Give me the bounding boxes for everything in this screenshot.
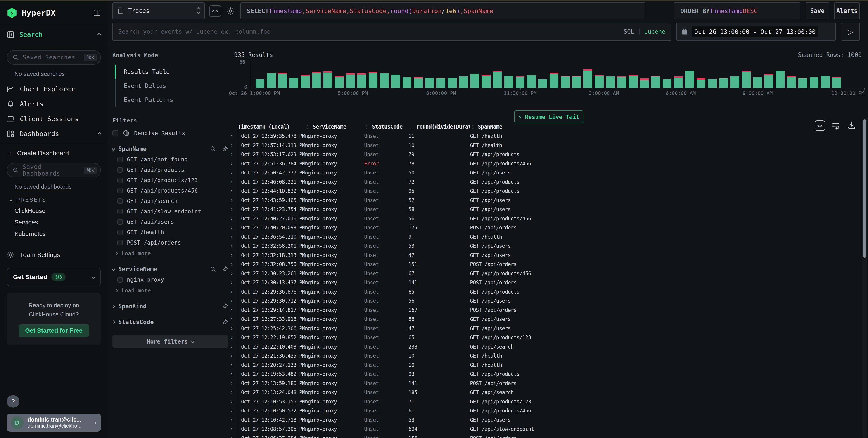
- expand-row-chevron-icon[interactable]: ›: [230, 417, 238, 423]
- expand-row-chevron-icon[interactable]: ›: [230, 371, 238, 377]
- table-row[interactable]: ›Oct 27 12:32:58.201 PMnginx-proxyUnset5…: [230, 241, 861, 250]
- table-row[interactable]: ›Oct 27 12:22:10.403 PMnginx-proxyUnset2…: [230, 342, 861, 351]
- filter-checkbox[interactable]: [117, 209, 123, 214]
- column-header-spanname[interactable]: ⋮SpanName: [470, 124, 861, 130]
- table-row[interactable]: ›Oct 27 12:10:50.572 PMnginx-proxyUnset6…: [230, 406, 861, 415]
- histogram-bar[interactable]: [629, 75, 638, 88]
- filter-option[interactable]: GET /api/products/456: [117, 188, 228, 194]
- filter-checkbox[interactable]: [117, 277, 123, 282]
- expand-row-chevron-icon[interactable]: ›: [230, 169, 238, 176]
- histogram-bar[interactable]: [776, 70, 784, 88]
- get-started-card[interactable]: Get Started 3/3: [7, 268, 101, 287]
- expand-row-chevron-icon[interactable]: ›: [230, 389, 238, 396]
- histogram-bar[interactable]: [289, 78, 298, 88]
- time-range-picker[interactable]: Oct 26 13:00:00 - Oct 27 13:00:00: [676, 23, 836, 41]
- table-row[interactable]: ›Oct 27 12:06:27.284 PMnginx-proxyUnset1…: [230, 434, 861, 438]
- expand-row-chevron-icon[interactable]: ›: [230, 316, 238, 322]
- histogram-bar[interactable]: [335, 76, 344, 88]
- saved-searches-input[interactable]: Saved Searches ⌘K: [7, 50, 101, 65]
- filter-option[interactable]: GET /health: [117, 229, 228, 236]
- language-toggle-lucene[interactable]: Lucene: [644, 28, 665, 35]
- filter-option[interactable]: GET /api/not-found: [117, 157, 228, 163]
- histogram-bar[interactable]: [663, 79, 672, 88]
- table-row[interactable]: ›Oct 27 12:29:36.876 PMnginx-proxyUnset6…: [230, 287, 861, 297]
- scrollbar-thumb[interactable]: [863, 119, 866, 258]
- histogram-bar[interactable]: [696, 78, 705, 88]
- alerts-button[interactable]: Alerts: [834, 2, 860, 20]
- collapse-sidebar-icon[interactable]: [93, 9, 101, 16]
- histogram-bar[interactable]: [493, 71, 502, 88]
- more-filters-button[interactable]: More filters: [113, 335, 228, 347]
- table-row[interactable]: ›Oct 27 12:59:35.478 PMnginx-proxyUnset1…: [230, 132, 861, 141]
- table-row[interactable]: ›Oct 27 12:44:10.832 PMnginx-proxyUnset9…: [230, 187, 861, 196]
- histogram-bar[interactable]: [765, 74, 773, 88]
- resume-live-tail-button[interactable]: ⚡ Resume Live Tail: [514, 110, 584, 124]
- pin-icon[interactable]: [222, 303, 228, 309]
- filter-checkbox[interactable]: [117, 198, 123, 204]
- histogram-bar[interactable]: [538, 79, 547, 88]
- histogram-bar[interactable]: [482, 75, 491, 88]
- expand-row-chevron-icon[interactable]: ›: [230, 261, 238, 267]
- filter-checkbox[interactable]: [117, 240, 123, 245]
- filter-option[interactable]: GET /api/search: [117, 198, 228, 204]
- histogram-bar[interactable]: [674, 76, 683, 88]
- histogram-bar[interactable]: [516, 76, 524, 88]
- histogram-bar[interactable]: [821, 76, 830, 88]
- filter-checkbox[interactable]: [117, 230, 123, 235]
- column-header-duration[interactable]: ⋮round(divide(Duration,: [408, 124, 470, 130]
- expand-row-chevron-icon[interactable]: ›: [230, 215, 238, 222]
- histogram-bar[interactable]: [685, 70, 694, 88]
- sidebar-item-dashboards[interactable]: Dashboards: [0, 126, 107, 141]
- table-row[interactable]: ›Oct 27 12:40:20.093 PMnginx-proxyUnset1…: [230, 223, 861, 232]
- table-row[interactable]: ›Oct 27 12:29:14.817 PMnginx-proxyUnset1…: [230, 306, 861, 315]
- table-row[interactable]: ›Oct 27 12:29:30.712 PMnginx-proxyUnset5…: [230, 296, 861, 306]
- analysis-mode-event-patterns[interactable]: Event Patterns: [113, 93, 228, 107]
- histogram-bar[interactable]: [278, 72, 287, 88]
- histogram-bar[interactable]: [617, 76, 626, 88]
- expand-row-chevron-icon[interactable]: ›: [230, 206, 238, 212]
- analysis-mode-results-table[interactable]: Results Table: [113, 65, 228, 79]
- expand-row-chevron-icon[interactable]: ›: [230, 252, 238, 258]
- presets-toggle[interactable]: PRESETS: [10, 197, 101, 203]
- source-select[interactable]: Traces: [113, 2, 205, 20]
- table-row[interactable]: ›Oct 27 12:51:36.784 PMnginx-proxyError7…: [230, 159, 861, 168]
- expand-row-chevron-icon[interactable]: ›: [230, 334, 238, 341]
- expand-row-chevron-icon[interactable]: ›: [230, 352, 238, 359]
- order-by-input[interactable]: ORDER BY Timestamp DESC: [674, 2, 800, 20]
- table-row[interactable]: ›Oct 27 12:08:57.305 PMnginx-proxyUnset6…: [230, 425, 861, 434]
- filter-checkbox[interactable]: [117, 178, 123, 183]
- histogram-bar[interactable]: [810, 77, 818, 88]
- column-header-servicename[interactable]: ⋮ServiceName: [305, 124, 364, 130]
- filter-option[interactable]: GET /api/users: [117, 219, 228, 225]
- histogram-bar[interactable]: [380, 73, 389, 88]
- histogram-bar[interactable]: [708, 79, 717, 88]
- user-menu[interactable]: D dominic.tran@clic... dominic.tran@clic…: [7, 413, 101, 432]
- expand-row-chevron-icon[interactable]: ›: [230, 142, 238, 148]
- expand-row-chevron-icon[interactable]: ›: [230, 298, 238, 304]
- select-clause-input[interactable]: SELECT Timestamp,ServiceName,StatusCode,…: [240, 2, 645, 20]
- histogram-bar[interactable]: [787, 76, 796, 88]
- column-header-timestamp[interactable]: Timestamp (Local): [238, 124, 305, 130]
- preset-clickhouse[interactable]: ClickHouse: [14, 207, 101, 214]
- table-row[interactable]: ›Oct 27 12:43:59.465 PMnginx-proxyUnset5…: [230, 196, 861, 205]
- histogram-bar[interactable]: [357, 73, 366, 88]
- filter-group-servicename[interactable]: ServiceName: [113, 266, 228, 273]
- table-row[interactable]: ›Oct 27 12:30:23.261 PMnginx-proxyUnset6…: [230, 269, 861, 278]
- histogram-bar[interactable]: [470, 74, 479, 88]
- table-row[interactable]: ›Oct 27 12:13:24.048 PMnginx-proxyUnset1…: [230, 388, 861, 397]
- expand-row-chevron-icon[interactable]: ›: [230, 270, 238, 277]
- expand-row-chevron-icon[interactable]: ›: [230, 279, 238, 286]
- histogram-bar[interactable]: [527, 75, 536, 88]
- pin-icon[interactable]: [222, 319, 228, 325]
- histogram-bar[interactable]: [753, 77, 762, 88]
- saved-dashboards-input[interactable]: Saved Dashboards ⌘K: [7, 163, 101, 177]
- filter-option[interactable]: GET /api/products/123: [117, 177, 228, 183]
- histogram-bar[interactable]: [606, 76, 615, 88]
- table-row[interactable]: ›Oct 27 12:25:42.306 PMnginx-proxyUnset4…: [230, 324, 861, 333]
- expand-row-chevron-icon[interactable]: ›: [230, 225, 238, 231]
- expand-row-chevron-icon[interactable]: ›: [230, 399, 238, 405]
- histogram-bar[interactable]: [550, 72, 558, 88]
- preset-kubernetes[interactable]: Kubernetes: [14, 231, 101, 238]
- edit-sql-button[interactable]: <>: [209, 5, 221, 17]
- analysis-mode-event-deltas[interactable]: Event Deltas: [113, 79, 228, 93]
